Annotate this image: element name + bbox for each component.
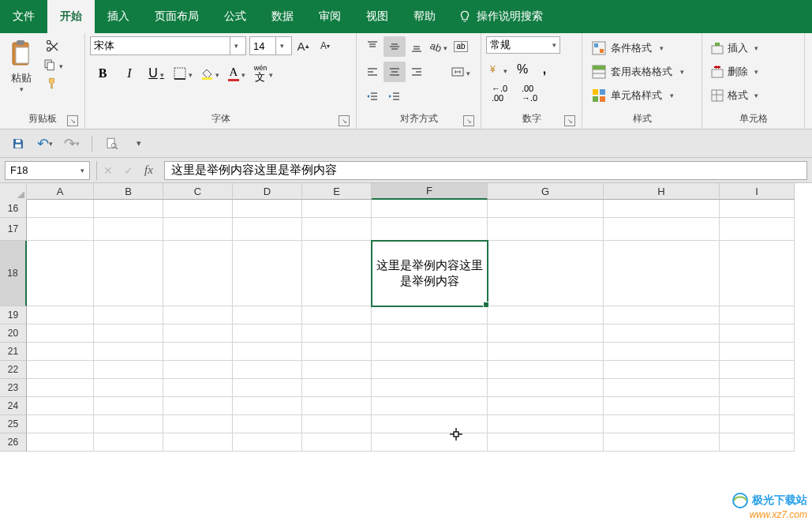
- cell-E23[interactable]: [302, 379, 372, 397]
- cell-A17[interactable]: [27, 218, 94, 241]
- cell-F26[interactable]: [372, 433, 488, 452]
- cell-A21[interactable]: [27, 343, 94, 361]
- cell-A16[interactable]: [27, 200, 94, 218]
- increase-indent-button[interactable]: [384, 87, 406, 107]
- cell-G26[interactable]: [488, 433, 604, 452]
- border-button[interactable]: [170, 63, 196, 84]
- align-bottom-button[interactable]: [406, 36, 428, 57]
- cell-G19[interactable]: [488, 306, 604, 324]
- bold-button[interactable]: B: [90, 63, 115, 84]
- row-header-18[interactable]: 18: [0, 241, 27, 306]
- spreadsheet-grid[interactable]: ABCDEFGHI 1617181920212223242526 这里是举例内容…: [0, 183, 812, 525]
- cell-F18[interactable]: 这里是举例内容这里是举例内容: [372, 241, 488, 306]
- cell-H21[interactable]: [604, 343, 720, 361]
- cell-E24[interactable]: [302, 397, 372, 415]
- tab-view[interactable]: 视图: [354, 0, 401, 33]
- cell-D21[interactable]: [233, 343, 302, 361]
- cell-C20[interactable]: [163, 324, 233, 343]
- cell-A26[interactable]: [27, 433, 94, 452]
- cell-H17[interactable]: [604, 218, 720, 241]
- save-button[interactable]: [8, 133, 28, 154]
- cell-G16[interactable]: [488, 200, 604, 218]
- cell-A18[interactable]: [27, 241, 94, 306]
- cell-E26[interactable]: [302, 433, 372, 452]
- cell-E20[interactable]: [302, 324, 372, 343]
- cell-D23[interactable]: [233, 379, 302, 397]
- tab-data[interactable]: 数据: [259, 0, 306, 33]
- align-middle-button[interactable]: [384, 36, 406, 57]
- redo-button[interactable]: ↷▾: [62, 133, 82, 154]
- cell-C22[interactable]: [163, 361, 233, 379]
- paste-button[interactable]: 粘贴 ▾: [5, 36, 38, 111]
- cell-G18[interactable]: [488, 241, 604, 306]
- cell-I25[interactable]: [720, 415, 795, 433]
- wrap-text-button[interactable]: ab: [450, 36, 472, 57]
- percent-button[interactable]: %: [513, 60, 532, 79]
- cell-B25[interactable]: [94, 415, 163, 433]
- cell-A24[interactable]: [27, 397, 94, 415]
- row-header-23[interactable]: 23: [0, 379, 27, 397]
- conditional-format-button[interactable]: 条件格式▾: [587, 38, 697, 58]
- merge-cells-button[interactable]: [450, 62, 472, 82]
- cell-C26[interactable]: [163, 433, 233, 452]
- cell-H18[interactable]: [604, 241, 720, 306]
- comma-style-button[interactable]: ,: [535, 60, 554, 79]
- align-left-button[interactable]: [361, 62, 384, 82]
- cell-G22[interactable]: [488, 361, 604, 379]
- row-header-19[interactable]: 19: [0, 306, 27, 324]
- accounting-format-button[interactable]: ¥: [486, 60, 510, 79]
- cell-A22[interactable]: [27, 361, 94, 379]
- cell-E18[interactable]: [302, 241, 372, 306]
- insert-cells-button[interactable]: 插入▾: [707, 38, 799, 58]
- cell-A23[interactable]: [27, 379, 94, 397]
- cell-D19[interactable]: [233, 306, 302, 324]
- clipboard-dialog-launcher[interactable]: ↘: [67, 115, 78, 126]
- cell-G20[interactable]: [488, 324, 604, 343]
- cell-C24[interactable]: [163, 397, 233, 415]
- row-header-25[interactable]: 25: [0, 415, 27, 433]
- cell-E17[interactable]: [302, 218, 372, 241]
- column-header-B[interactable]: B: [94, 183, 163, 200]
- cell-D18[interactable]: [233, 241, 302, 306]
- italic-button[interactable]: I: [117, 63, 142, 84]
- cell-B21[interactable]: [94, 343, 163, 361]
- tell-me-search[interactable]: 操作说明搜索: [458, 9, 543, 24]
- cell-H26[interactable]: [604, 433, 720, 452]
- cell-G24[interactable]: [488, 397, 604, 415]
- cell-C19[interactable]: [163, 306, 233, 324]
- print-preview-button[interactable]: [102, 133, 122, 154]
- cell-F25[interactable]: [372, 415, 488, 433]
- align-right-button[interactable]: [406, 62, 428, 82]
- tab-home[interactable]: 开始: [47, 0, 95, 33]
- cell-H23[interactable]: [604, 379, 720, 397]
- confirm-edit-button[interactable]: ✓: [124, 164, 133, 177]
- cell-D22[interactable]: [233, 361, 302, 379]
- cell-D17[interactable]: [233, 218, 302, 241]
- cell-F22[interactable]: [372, 361, 488, 379]
- cell-E19[interactable]: [302, 306, 372, 324]
- row-header-24[interactable]: 24: [0, 397, 27, 415]
- cell-H25[interactable]: [604, 415, 720, 433]
- cell-E22[interactable]: [302, 361, 372, 379]
- phonetic-guide-button[interactable]: wén文: [251, 63, 276, 84]
- font-name-select[interactable]: 宋体▾: [90, 36, 246, 55]
- cell-B16[interactable]: [94, 200, 163, 218]
- row-header-20[interactable]: 20: [0, 324, 27, 343]
- cell-F16[interactable]: [372, 200, 488, 218]
- undo-button[interactable]: ↶▾: [35, 133, 55, 154]
- fill-color-button[interactable]: [197, 63, 223, 84]
- cell-H24[interactable]: [604, 397, 720, 415]
- cell-I19[interactable]: [720, 306, 795, 324]
- cell-B19[interactable]: [94, 306, 163, 324]
- cell-B24[interactable]: [94, 397, 163, 415]
- cell-B26[interactable]: [94, 433, 163, 452]
- cell-H16[interactable]: [604, 200, 720, 218]
- cell-H20[interactable]: [604, 324, 720, 343]
- insert-function-button[interactable]: fx: [144, 163, 153, 177]
- cell-H22[interactable]: [604, 361, 720, 379]
- cell-G23[interactable]: [488, 379, 604, 397]
- cell-E16[interactable]: [302, 200, 372, 218]
- cell-B23[interactable]: [94, 379, 163, 397]
- increase-font-button[interactable]: A▴: [292, 36, 314, 55]
- cell-D25[interactable]: [233, 415, 302, 433]
